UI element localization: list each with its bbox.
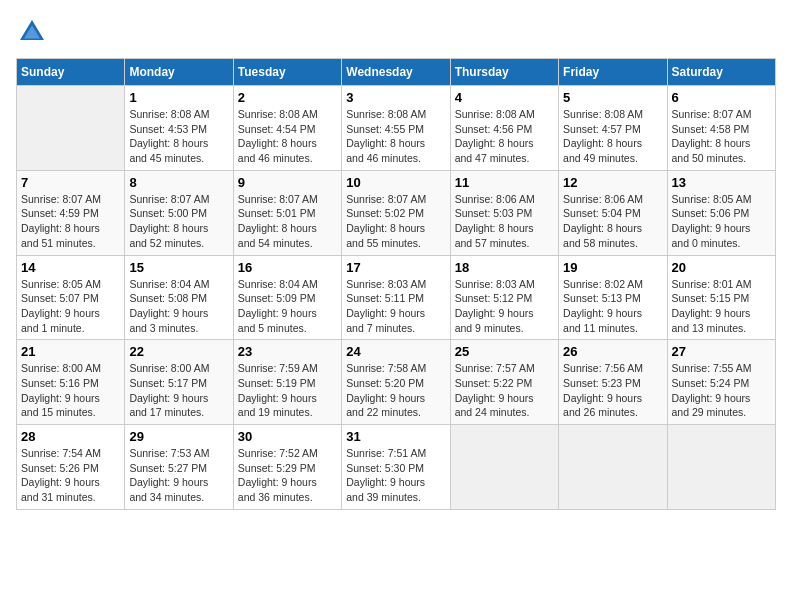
calendar-cell: 17Sunrise: 8:03 AM Sunset: 5:11 PM Dayli…: [342, 255, 450, 340]
day-info: Sunrise: 8:06 AM Sunset: 5:04 PM Dayligh…: [563, 192, 662, 251]
day-info: Sunrise: 7:59 AM Sunset: 5:19 PM Dayligh…: [238, 361, 337, 420]
week-row: 21Sunrise: 8:00 AM Sunset: 5:16 PM Dayli…: [17, 340, 776, 425]
day-info: Sunrise: 8:03 AM Sunset: 5:12 PM Dayligh…: [455, 277, 554, 336]
day-number: 6: [672, 90, 771, 105]
calendar-cell: 8Sunrise: 8:07 AM Sunset: 5:00 PM Daylig…: [125, 170, 233, 255]
calendar-cell: 31Sunrise: 7:51 AM Sunset: 5:30 PM Dayli…: [342, 425, 450, 510]
calendar-cell: 30Sunrise: 7:52 AM Sunset: 5:29 PM Dayli…: [233, 425, 341, 510]
day-info: Sunrise: 8:08 AM Sunset: 4:54 PM Dayligh…: [238, 107, 337, 166]
day-info: Sunrise: 8:01 AM Sunset: 5:15 PM Dayligh…: [672, 277, 771, 336]
day-number: 25: [455, 344, 554, 359]
day-number: 29: [129, 429, 228, 444]
day-info: Sunrise: 8:04 AM Sunset: 5:09 PM Dayligh…: [238, 277, 337, 336]
logo: [16, 16, 54, 48]
week-row: 1Sunrise: 8:08 AM Sunset: 4:53 PM Daylig…: [17, 86, 776, 171]
day-info: Sunrise: 8:05 AM Sunset: 5:07 PM Dayligh…: [21, 277, 120, 336]
day-number: 8: [129, 175, 228, 190]
week-row: 14Sunrise: 8:05 AM Sunset: 5:07 PM Dayli…: [17, 255, 776, 340]
calendar-cell: [17, 86, 125, 171]
day-info: Sunrise: 7:54 AM Sunset: 5:26 PM Dayligh…: [21, 446, 120, 505]
calendar-cell: 13Sunrise: 8:05 AM Sunset: 5:06 PM Dayli…: [667, 170, 775, 255]
day-number: 1: [129, 90, 228, 105]
day-info: Sunrise: 8:02 AM Sunset: 5:13 PM Dayligh…: [563, 277, 662, 336]
calendar-cell: [559, 425, 667, 510]
calendar-cell: 21Sunrise: 8:00 AM Sunset: 5:16 PM Dayli…: [17, 340, 125, 425]
day-number: 31: [346, 429, 445, 444]
calendar-cell: 3Sunrise: 8:08 AM Sunset: 4:55 PM Daylig…: [342, 86, 450, 171]
day-info: Sunrise: 8:07 AM Sunset: 5:00 PM Dayligh…: [129, 192, 228, 251]
calendar-cell: 22Sunrise: 8:00 AM Sunset: 5:17 PM Dayli…: [125, 340, 233, 425]
day-number: 7: [21, 175, 120, 190]
day-number: 10: [346, 175, 445, 190]
day-info: Sunrise: 8:08 AM Sunset: 4:53 PM Dayligh…: [129, 107, 228, 166]
day-info: Sunrise: 7:55 AM Sunset: 5:24 PM Dayligh…: [672, 361, 771, 420]
calendar-cell: 29Sunrise: 7:53 AM Sunset: 5:27 PM Dayli…: [125, 425, 233, 510]
calendar-cell: 16Sunrise: 8:04 AM Sunset: 5:09 PM Dayli…: [233, 255, 341, 340]
day-info: Sunrise: 8:07 AM Sunset: 4:58 PM Dayligh…: [672, 107, 771, 166]
day-info: Sunrise: 8:07 AM Sunset: 5:02 PM Dayligh…: [346, 192, 445, 251]
day-number: 18: [455, 260, 554, 275]
day-number: 30: [238, 429, 337, 444]
day-number: 3: [346, 90, 445, 105]
day-number: 13: [672, 175, 771, 190]
weekday-header: Sunday: [17, 59, 125, 86]
day-number: 17: [346, 260, 445, 275]
week-row: 28Sunrise: 7:54 AM Sunset: 5:26 PM Dayli…: [17, 425, 776, 510]
day-info: Sunrise: 8:07 AM Sunset: 5:01 PM Dayligh…: [238, 192, 337, 251]
calendar-cell: 28Sunrise: 7:54 AM Sunset: 5:26 PM Dayli…: [17, 425, 125, 510]
day-info: Sunrise: 8:06 AM Sunset: 5:03 PM Dayligh…: [455, 192, 554, 251]
day-number: 28: [21, 429, 120, 444]
day-info: Sunrise: 7:51 AM Sunset: 5:30 PM Dayligh…: [346, 446, 445, 505]
day-number: 5: [563, 90, 662, 105]
day-number: 26: [563, 344, 662, 359]
calendar-cell: 18Sunrise: 8:03 AM Sunset: 5:12 PM Dayli…: [450, 255, 558, 340]
day-number: 11: [455, 175, 554, 190]
day-info: Sunrise: 7:52 AM Sunset: 5:29 PM Dayligh…: [238, 446, 337, 505]
weekday-header: Thursday: [450, 59, 558, 86]
day-info: Sunrise: 8:05 AM Sunset: 5:06 PM Dayligh…: [672, 192, 771, 251]
calendar-table: SundayMondayTuesdayWednesdayThursdayFrid…: [16, 58, 776, 510]
day-info: Sunrise: 8:03 AM Sunset: 5:11 PM Dayligh…: [346, 277, 445, 336]
calendar-cell: 1Sunrise: 8:08 AM Sunset: 4:53 PM Daylig…: [125, 86, 233, 171]
day-info: Sunrise: 7:57 AM Sunset: 5:22 PM Dayligh…: [455, 361, 554, 420]
calendar-cell: 19Sunrise: 8:02 AM Sunset: 5:13 PM Dayli…: [559, 255, 667, 340]
logo-icon: [16, 16, 48, 48]
day-number: 9: [238, 175, 337, 190]
day-number: 20: [672, 260, 771, 275]
weekday-header: Saturday: [667, 59, 775, 86]
day-info: Sunrise: 7:58 AM Sunset: 5:20 PM Dayligh…: [346, 361, 445, 420]
calendar-cell: 12Sunrise: 8:06 AM Sunset: 5:04 PM Dayli…: [559, 170, 667, 255]
calendar-cell: 2Sunrise: 8:08 AM Sunset: 4:54 PM Daylig…: [233, 86, 341, 171]
weekday-header-row: SundayMondayTuesdayWednesdayThursdayFrid…: [17, 59, 776, 86]
calendar-cell: 14Sunrise: 8:05 AM Sunset: 5:07 PM Dayli…: [17, 255, 125, 340]
weekday-header: Tuesday: [233, 59, 341, 86]
calendar-cell: 11Sunrise: 8:06 AM Sunset: 5:03 PM Dayli…: [450, 170, 558, 255]
day-info: Sunrise: 8:04 AM Sunset: 5:08 PM Dayligh…: [129, 277, 228, 336]
day-number: 12: [563, 175, 662, 190]
calendar-cell: 9Sunrise: 8:07 AM Sunset: 5:01 PM Daylig…: [233, 170, 341, 255]
day-info: Sunrise: 8:08 AM Sunset: 4:56 PM Dayligh…: [455, 107, 554, 166]
weekday-header: Friday: [559, 59, 667, 86]
day-info: Sunrise: 8:00 AM Sunset: 5:17 PM Dayligh…: [129, 361, 228, 420]
day-number: 22: [129, 344, 228, 359]
calendar-cell: [450, 425, 558, 510]
calendar-cell: 15Sunrise: 8:04 AM Sunset: 5:08 PM Dayli…: [125, 255, 233, 340]
day-number: 21: [21, 344, 120, 359]
calendar-cell: 20Sunrise: 8:01 AM Sunset: 5:15 PM Dayli…: [667, 255, 775, 340]
calendar-cell: 24Sunrise: 7:58 AM Sunset: 5:20 PM Dayli…: [342, 340, 450, 425]
calendar-cell: 4Sunrise: 8:08 AM Sunset: 4:56 PM Daylig…: [450, 86, 558, 171]
calendar-cell: 5Sunrise: 8:08 AM Sunset: 4:57 PM Daylig…: [559, 86, 667, 171]
weekday-header: Wednesday: [342, 59, 450, 86]
day-number: 23: [238, 344, 337, 359]
day-info: Sunrise: 7:53 AM Sunset: 5:27 PM Dayligh…: [129, 446, 228, 505]
header: [16, 16, 776, 48]
calendar-cell: 6Sunrise: 8:07 AM Sunset: 4:58 PM Daylig…: [667, 86, 775, 171]
week-row: 7Sunrise: 8:07 AM Sunset: 4:59 PM Daylig…: [17, 170, 776, 255]
calendar-cell: 27Sunrise: 7:55 AM Sunset: 5:24 PM Dayli…: [667, 340, 775, 425]
day-info: Sunrise: 8:08 AM Sunset: 4:57 PM Dayligh…: [563, 107, 662, 166]
calendar-cell: 26Sunrise: 7:56 AM Sunset: 5:23 PM Dayli…: [559, 340, 667, 425]
day-info: Sunrise: 8:07 AM Sunset: 4:59 PM Dayligh…: [21, 192, 120, 251]
day-info: Sunrise: 7:56 AM Sunset: 5:23 PM Dayligh…: [563, 361, 662, 420]
day-number: 14: [21, 260, 120, 275]
calendar-cell: [667, 425, 775, 510]
